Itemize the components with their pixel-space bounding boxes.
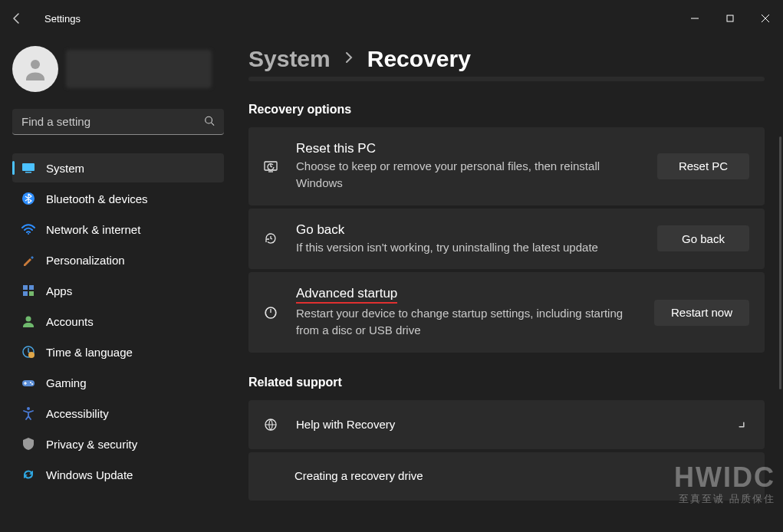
account-block[interactable] (12, 46, 224, 92)
window-controls (677, 6, 783, 31)
sidebar-item-accounts[interactable]: Accounts (12, 307, 224, 336)
card-reset-pc: Reset this PC Choose to keep or remove y… (248, 127, 765, 205)
card-help-recovery[interactable]: Help with Recovery (248, 400, 765, 449)
svg-rect-13 (23, 291, 28, 296)
sidebar-item-accessibility[interactable]: Accessibility (12, 399, 224, 428)
sidebar-item-label: Bluetooth & devices (46, 192, 148, 205)
maximize-button[interactable] (712, 6, 748, 31)
breadcrumb-parent[interactable]: System (248, 46, 331, 72)
gaming-icon (21, 376, 35, 389)
card-title: Go back (296, 222, 640, 238)
history-icon (262, 231, 279, 246)
account-name-redacted (66, 50, 212, 88)
titlebar: Settings (0, 0, 783, 37)
reset-pc-icon (262, 159, 279, 174)
nav-list: System Bluetooth & devices Network & int… (12, 153, 224, 489)
svg-rect-14 (29, 291, 34, 296)
page-title: Recovery (367, 46, 471, 72)
svg-rect-1 (727, 15, 733, 21)
globe-icon (262, 417, 279, 432)
restart-now-button[interactable]: Restart now (654, 300, 749, 326)
svg-point-17 (28, 352, 35, 358)
bluetooth-icon (21, 192, 35, 205)
svg-point-15 (26, 317, 31, 322)
sidebar-item-privacy[interactable]: Privacy & security (12, 429, 224, 458)
sidebar-item-personalization[interactable]: Personalization (12, 245, 224, 274)
avatar (12, 46, 58, 92)
card-creating-recovery-drive[interactable]: Creating a recovery drive (248, 452, 765, 501)
accessibility-icon (21, 406, 35, 420)
shield-icon (21, 437, 35, 451)
svg-rect-12 (29, 285, 34, 290)
scrollbar[interactable] (779, 136, 781, 389)
collapsed-card (248, 77, 765, 81)
time-language-icon (21, 345, 35, 359)
personalization-icon (21, 253, 35, 267)
svg-point-10 (28, 233, 29, 235)
card-title: Advanced startup (296, 286, 637, 304)
search-icon (204, 116, 215, 129)
sidebar-item-apps[interactable]: Apps (12, 276, 224, 305)
svg-rect-7 (22, 163, 35, 171)
card-description: If this version isn't working, try unins… (296, 239, 626, 256)
svg-rect-11 (23, 285, 28, 290)
svg-point-5 (206, 117, 212, 123)
apps-icon (21, 284, 35, 297)
system-icon (21, 161, 35, 175)
svg-point-4 (31, 60, 40, 69)
sidebar-item-time-language[interactable]: Time & language (12, 337, 224, 366)
sidebar: System Bluetooth & devices Network & int… (0, 37, 230, 532)
search-input[interactable] (12, 109, 224, 135)
svg-point-20 (31, 383, 33, 385)
card-title: Reset this PC (296, 141, 640, 156)
advanced-startup-icon (262, 305, 279, 320)
accounts-icon (21, 314, 35, 328)
update-icon (21, 468, 35, 481)
svg-rect-8 (25, 172, 31, 173)
back-button[interactable] (11, 12, 23, 25)
reset-pc-button[interactable]: Reset PC (657, 153, 749, 179)
card-title: Help with Recovery (296, 418, 720, 431)
go-back-button[interactable]: Go back (657, 225, 749, 251)
app-title: Settings (44, 13, 81, 25)
svg-line-6 (212, 123, 215, 126)
content-area: System Recovery Recovery options Reset t… (230, 37, 783, 532)
expand-icon (734, 417, 749, 432)
section-title-related-support: Related support (248, 376, 765, 389)
wifi-icon (21, 222, 35, 236)
sidebar-item-bluetooth[interactable]: Bluetooth & devices (12, 184, 224, 213)
section-title-recovery-options: Recovery options (248, 103, 765, 117)
sidebar-item-label: Personalization (46, 254, 125, 267)
sidebar-item-label: Windows Update (46, 468, 133, 481)
sidebar-item-label: Gaming (46, 376, 87, 389)
card-title: Creating a recovery drive (294, 469, 749, 482)
sidebar-item-system[interactable]: System (12, 153, 224, 182)
sidebar-item-label: Accessibility (46, 407, 109, 420)
chevron-right-icon (344, 51, 354, 67)
sidebar-item-label: Network & internet (46, 223, 140, 236)
card-description: Restart your device to change startup se… (296, 305, 626, 339)
sidebar-item-label: Accounts (46, 315, 94, 328)
card-description: Choose to keep or remove your personal f… (296, 158, 626, 192)
sidebar-item-label: Time & language (46, 346, 133, 359)
sidebar-item-label: Apps (46, 284, 72, 297)
sidebar-item-windows-update[interactable]: Windows Update (12, 460, 224, 489)
breadcrumb: System Recovery (248, 46, 765, 72)
close-button[interactable] (748, 6, 783, 31)
svg-point-21 (27, 407, 30, 410)
sidebar-item-gaming[interactable]: Gaming (12, 368, 224, 397)
sidebar-item-label: System (46, 162, 84, 175)
search-box[interactable] (12, 109, 224, 135)
card-advanced-startup: Advanced startup Restart your device to … (248, 272, 765, 353)
svg-point-19 (30, 382, 31, 383)
card-go-back: Go back If this version isn't working, t… (248, 209, 765, 270)
sidebar-item-network[interactable]: Network & internet (12, 215, 224, 244)
sidebar-item-label: Privacy & security (46, 438, 137, 451)
minimize-button[interactable] (677, 6, 712, 31)
